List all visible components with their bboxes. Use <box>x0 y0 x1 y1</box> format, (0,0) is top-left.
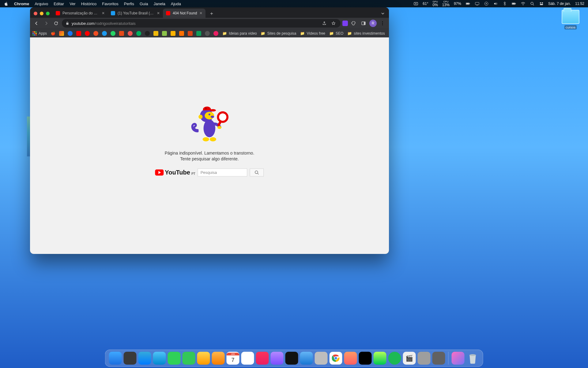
dock-mail[interactable] <box>153 352 166 365</box>
battery-icon[interactable] <box>466 1 470 6</box>
dock-messages[interactable] <box>183 352 195 365</box>
dock-imovie[interactable]: 🎬 <box>403 352 416 365</box>
volume-icon[interactable] <box>493 1 498 6</box>
dock-launchpad[interactable] <box>124 352 137 365</box>
dock-photos[interactable] <box>197 352 210 365</box>
menu-ver[interactable]: Ver <box>70 2 76 6</box>
forward-button[interactable] <box>42 19 50 27</box>
dock-podcasts[interactable] <box>271 352 284 365</box>
bookmark-folder-5[interactable]: 📁sites investimentos <box>347 31 385 36</box>
bookmark-6[interactable] <box>119 31 124 36</box>
bookmark-14[interactable] <box>188 31 193 36</box>
status-gpu[interactable]: GPU0% <box>433 1 438 7</box>
menubar-time[interactable]: 11:52 <box>575 2 584 6</box>
bookmark-hotmart[interactable] <box>93 31 98 36</box>
menu-editar[interactable]: Editar <box>54 2 64 6</box>
menu-guia[interactable]: Guia <box>140 2 148 6</box>
bookmark-star-button[interactable] <box>330 20 337 27</box>
tab-3-active[interactable]: 404 Not Found ✕ <box>163 9 205 18</box>
other-bookmarks[interactable]: 📁Outros favoritos <box>389 31 389 36</box>
new-tab-button[interactable]: ＋ <box>207 9 216 18</box>
bookmark-8[interactable] <box>136 31 141 36</box>
dock-settings[interactable] <box>315 352 328 365</box>
bookmark-folder-3[interactable]: 📁Videos free <box>300 31 326 36</box>
address-bar[interactable]: youtube.com/rodrigooliveiratutoritais <box>62 19 341 28</box>
bookmark-13[interactable] <box>179 31 184 36</box>
bookmark-whatsapp[interactable] <box>111 31 115 36</box>
close-tab-button[interactable]: ✕ <box>157 11 160 15</box>
dock-appstore[interactable] <box>300 352 313 365</box>
spotlight-icon[interactable] <box>530 1 535 6</box>
back-button[interactable] <box>32 19 40 27</box>
active-app-name[interactable]: Chrome <box>14 2 29 6</box>
dock-notes[interactable] <box>241 352 254 365</box>
bookmark-youtube[interactable] <box>76 31 81 36</box>
menu-ajuda[interactable]: Ajuda <box>171 2 181 6</box>
dock-brave[interactable] <box>344 352 357 365</box>
dock-freeform[interactable] <box>212 352 225 365</box>
menu-janela[interactable]: Janela <box>153 2 165 6</box>
dock-app4[interactable] <box>432 352 445 365</box>
menubar-date[interactable]: Sáb. 7 de jan. <box>548 2 571 6</box>
youtube-logo[interactable]: YouTube PT <box>155 169 195 176</box>
search-button[interactable] <box>250 168 264 176</box>
status-battery-pct[interactable]: 97% <box>454 2 461 6</box>
dock-recent[interactable] <box>452 352 465 365</box>
bookmark-7[interactable] <box>128 31 133 36</box>
bluetooth-icon[interactable] <box>502 1 507 6</box>
close-tab-button[interactable]: ✕ <box>199 11 202 15</box>
bookmark-apple[interactable]: 🍎 <box>51 31 55 36</box>
dock-finder[interactable] <box>109 352 122 365</box>
bookmark-gmail[interactable] <box>59 31 64 36</box>
chrome-menu-button[interactable] <box>379 19 386 27</box>
bookmark-facebook[interactable] <box>68 31 73 36</box>
close-tab-button[interactable]: ✕ <box>102 11 105 15</box>
status-cpu[interactable]: CPU13% <box>442 1 450 7</box>
apps-shortcut[interactable]: Apps <box>32 31 47 36</box>
bookmark-twitter[interactable] <box>102 31 107 36</box>
dock-calendar[interactable]: JAN7 <box>227 352 239 365</box>
dock-photobooth[interactable] <box>418 352 431 365</box>
maximize-window-button[interactable] <box>46 12 50 15</box>
menu-perfis[interactable]: Perfis <box>124 2 134 6</box>
apple-icon[interactable] <box>4 1 9 6</box>
dock-app2[interactable] <box>359 352 372 365</box>
bookmark-11[interactable] <box>162 31 167 36</box>
tablist-dropdown-button[interactable] <box>379 9 387 18</box>
dock-facetime[interactable] <box>168 352 181 365</box>
bookmark-ytstudio[interactable] <box>85 31 90 36</box>
reload-button[interactable] <box>52 19 60 27</box>
desktop-folder-cursos[interactable]: cursos <box>561 10 580 29</box>
sidepanel-button[interactable] <box>360 19 368 27</box>
bookmark-binance[interactable] <box>153 31 158 36</box>
share-button[interactable] <box>321 20 328 27</box>
bookmark-17[interactable] <box>213 31 218 36</box>
battery2-icon[interactable] <box>511 1 516 6</box>
dock-spotify[interactable] <box>388 352 401 365</box>
menu-historico[interactable]: Histórico <box>81 2 97 6</box>
dock-tv[interactable] <box>285 352 298 365</box>
playback-icon[interactable] <box>484 1 489 6</box>
screenrec-icon[interactable] <box>413 1 418 6</box>
status-temp[interactable]: 61° <box>423 2 428 6</box>
extension-icon[interactable] <box>342 21 348 26</box>
bookmark-9[interactable] <box>145 31 150 36</box>
bookmark-sheets[interactable] <box>196 31 201 36</box>
tab-1[interactable]: Personalização do canal - YouT ✕ <box>53 9 108 18</box>
bookmark-12[interactable] <box>171 31 175 36</box>
dock-music[interactable] <box>256 352 269 365</box>
display-icon[interactable] <box>475 1 480 6</box>
close-window-button[interactable] <box>34 12 37 15</box>
bookmark-folder-1[interactable]: 📁Ideias para video <box>222 31 257 36</box>
profile-avatar-button[interactable]: R <box>369 20 377 27</box>
wifi-icon[interactable] <box>521 1 526 6</box>
menu-favoritos[interactable]: Favoritos <box>102 2 118 6</box>
dock-trash[interactable] <box>466 352 479 365</box>
extensions-button[interactable] <box>350 19 358 27</box>
bookmark-folder-2[interactable]: 📁Sites de pesquisa <box>261 31 296 36</box>
bookmark-folder-4[interactable]: 📁SEO <box>329 31 343 36</box>
menu-arquivo[interactable]: Arquivo <box>35 2 48 6</box>
dock-safari[interactable] <box>138 352 151 365</box>
search-input[interactable]: Pesquisa <box>198 168 247 176</box>
bookmark-16[interactable] <box>205 31 210 36</box>
